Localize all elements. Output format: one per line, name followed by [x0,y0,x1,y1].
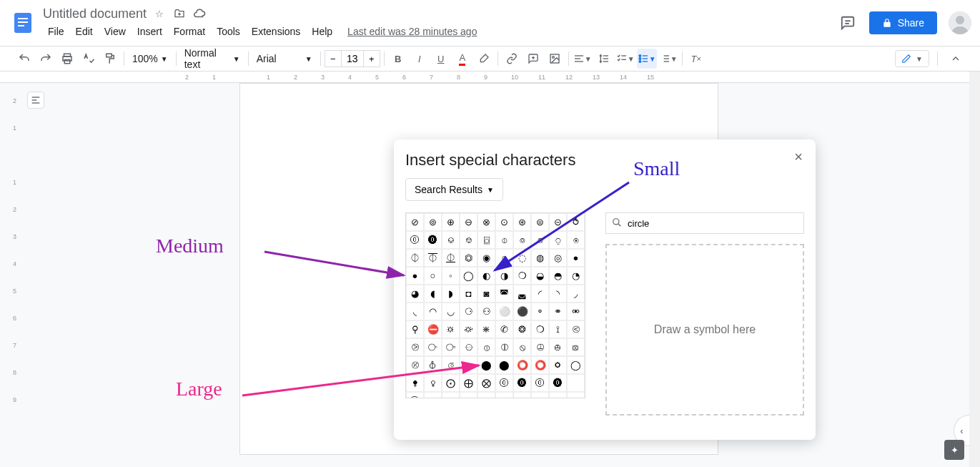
char-cell[interactable]: ⏀ [406,249,424,267]
bold-button[interactable]: B [388,49,408,69]
char-cell[interactable]: ⊖ [460,213,477,231]
spellcheck-button[interactable] [79,49,99,69]
char-cell[interactable]: 🄌 [513,374,531,392]
char-cell[interactable]: ⧀ [567,320,585,338]
char-cell[interactable]: ⛔ [424,320,442,338]
insert-image-button[interactable] [545,49,565,69]
checklist-button[interactable]: ▼ [615,49,635,69]
char-cell[interactable]: ❍ [513,267,531,285]
char-cell[interactable]: ⏣ [460,249,477,267]
char-cell[interactable] [567,392,585,398]
char-cell[interactable]: ⊝ [549,213,567,231]
char-cell[interactable]: 🄋 [406,231,424,249]
char-cell[interactable]: ⭕ [513,356,531,374]
char-cell[interactable]: ◛ [513,285,531,303]
char-cell[interactable]: ⍜ [549,231,567,249]
char-cell[interactable] [477,392,495,398]
print-button[interactable] [57,49,77,69]
char-cell[interactable]: ◜ [531,285,549,303]
char-cell[interactable]: ◚ [495,285,513,303]
char-cell[interactable]: ⦺ [549,338,567,356]
char-cell[interactable]: ⚮ [567,303,585,320]
char-cell[interactable]: ◍ [531,249,549,267]
char-cell[interactable]: ⌾ [513,231,531,249]
menu-file[interactable]: File [43,23,69,40]
share-button[interactable]: Share [869,11,937,34]
char-cell[interactable]: ⎊ [460,231,477,249]
add-comment-button[interactable] [523,49,543,69]
char-cell[interactable]: ◖ [424,285,442,303]
char-cell[interactable]: ◠ [424,303,442,320]
char-cell[interactable] [460,392,477,398]
char-cell[interactable]: ⦽ [424,356,442,374]
char-cell[interactable] [531,392,549,398]
menu-extensions[interactable]: Extensions [247,23,305,40]
char-cell[interactable]: ⧭ [406,374,424,392]
char-cell[interactable]: ⌼ [477,231,495,249]
undo-button[interactable] [14,49,34,69]
doc-title[interactable]: Untitled document [43,6,147,21]
char-cell[interactable]: ⍟ [567,231,585,249]
char-cell[interactable]: ⚭ [549,303,567,320]
char-cell[interactable] [549,392,567,398]
char-cell[interactable] [495,392,513,398]
char-cell[interactable]: 🄋 [406,392,424,398]
char-cell[interactable]: ◦ [442,267,460,285]
char-cell[interactable]: ◯ [567,356,585,374]
move-icon[interactable] [172,6,187,21]
char-cell[interactable]: ◗ [442,285,460,303]
bulleted-list-button[interactable]: ▼ [637,49,657,69]
char-cell[interactable]: ○ [495,249,513,267]
insert-link-button[interactable] [502,49,522,69]
comment-history-icon[interactable] [838,13,858,33]
char-cell[interactable]: ◑ [495,267,513,285]
char-cell[interactable]: ⚆ [460,303,477,320]
char-cell[interactable]: 🄌 [424,231,442,249]
char-cell[interactable]: ⬤ [477,356,495,374]
last-edit-link[interactable]: Last edit was 28 minutes ago [347,26,477,37]
text-color-button[interactable]: A [452,49,472,69]
char-cell[interactable]: ⦻ [567,338,585,356]
char-cell[interactable]: ⎉ [442,231,460,249]
char-cell[interactable]: ⏁ [424,249,442,267]
horizontal-ruler[interactable]: 21123456789101112131415 [0,72,969,83]
editing-mode-button[interactable]: ▼ [895,50,929,67]
cloud-icon[interactable] [192,6,207,21]
char-cell[interactable]: ✆ [495,320,513,338]
char-cell[interactable]: ⊘ [406,213,424,231]
search-field[interactable] [605,212,804,234]
numbered-list-button[interactable]: ▼ [658,49,678,69]
menu-help[interactable]: Help [307,23,337,40]
char-cell[interactable]: ⨂ [477,374,495,392]
char-cell[interactable]: ⧂ [424,338,442,356]
char-cell[interactable]: ⊛ [513,213,531,231]
char-cell[interactable]: ⚫ [513,303,531,320]
char-cell[interactable]: ⊕ [442,213,460,231]
char-cell[interactable]: ❂ [513,320,531,338]
char-cell[interactable]: ⧁ [406,338,424,356]
italic-button[interactable]: I [410,49,430,69]
menu-insert[interactable]: Insert [132,23,167,40]
char-cell[interactable]: ◝ [549,285,567,303]
char-cell[interactable]: ⧬ [424,374,442,392]
menu-view[interactable]: View [99,23,131,40]
docs-logo[interactable] [9,9,37,37]
font-size-input[interactable] [342,50,363,67]
clear-formatting-button[interactable]: T× [686,49,706,69]
redo-button[interactable] [36,49,56,69]
paint-format-button[interactable] [100,49,120,69]
char-cell[interactable]: ⟄ [460,356,477,374]
char-cell[interactable]: ⦷ [495,338,513,356]
vertical-scrollbar[interactable] [969,72,980,467]
account-avatar[interactable] [949,11,971,34]
char-cell[interactable]: 🄋 [531,374,549,392]
char-cell[interactable]: ⟃ [442,356,460,374]
char-cell[interactable]: ⚪ [495,303,513,320]
char-cell[interactable]: ⦹ [531,338,549,356]
vertical-ruler[interactable]: 21123456789 [0,83,23,467]
char-cell[interactable]: 🄌 [549,374,567,392]
style-select[interactable]: Normal text▼ [180,49,244,69]
char-cell[interactable]: ◯ [460,267,477,285]
char-cell[interactable]: ⦸ [513,338,531,356]
char-cell[interactable]: ⦶ [477,338,495,356]
